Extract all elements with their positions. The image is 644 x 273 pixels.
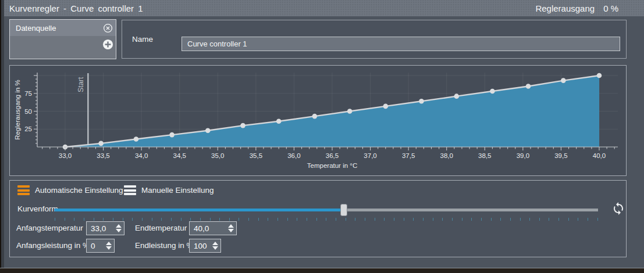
datasource-label: Datenquelle (16, 24, 56, 33)
start-power-spinner[interactable] (105, 241, 112, 250)
manual-mode-button[interactable]: Manuelle Einstellung (124, 185, 214, 195)
svg-text:75: 75 (24, 90, 32, 97)
slider-handle[interactable] (340, 204, 347, 216)
remove-datasource-button[interactable] (103, 23, 113, 33)
end-power-label: Endleistung in % (135, 239, 194, 253)
svg-text:35,0: 35,0 (211, 152, 224, 159)
svg-text:39,5: 39,5 (554, 152, 567, 159)
datasource-header: Datenquelle (10, 20, 116, 36)
start-temperature-spinner[interactable] (115, 224, 122, 233)
datasource-panel: Datenquelle (9, 19, 116, 59)
automatic-mode-label: Automatische Einstellung (35, 186, 123, 195)
name-input[interactable] (182, 37, 620, 51)
controller-output-value: 0 % (603, 3, 618, 13)
svg-text:39,0: 39,0 (517, 152, 529, 159)
spin-down-icon[interactable] (116, 229, 122, 232)
automatic-mode-button[interactable]: Automatische Einstellung (17, 185, 123, 195)
end-temperature-spinner[interactable] (227, 224, 234, 233)
curve-controls-panel: Automatische Einstellung Manuelle Einste… (9, 180, 627, 257)
add-datasource-button[interactable] (102, 39, 113, 50)
svg-text:35,5: 35,5 (250, 152, 262, 159)
svg-text:36,0: 36,0 (287, 152, 300, 159)
svg-text:25: 25 (24, 125, 32, 132)
name-label: Name (132, 20, 153, 58)
curve-chart-svg[interactable]: Start33,033,534,034,535,035,536,036,537,… (10, 66, 626, 175)
start-power-field[interactable]: 0 (86, 239, 115, 253)
svg-text:38,5: 38,5 (478, 152, 491, 159)
svg-text:Temperatur in °C: Temperatur in °C (307, 162, 357, 169)
svg-text:34,5: 34,5 (173, 152, 186, 159)
svg-text:Start: Start (77, 77, 85, 92)
curve-shape-label: Kurvenform (17, 204, 58, 213)
title-bar: Kurvenregler - Curve controller 1 Regler… (4, 0, 644, 16)
main-content: Datenquelle Name Start33,033,534,034,535… (4, 16, 644, 268)
end-power-field[interactable]: 100 (189, 239, 221, 253)
circle-plus-icon (102, 39, 113, 50)
automatic-mode-icon (17, 185, 30, 195)
circle-x-icon (103, 23, 113, 33)
curve-chart-panel[interactable]: Start33,033,534,034,535,035,536,036,537,… (9, 65, 627, 176)
svg-text:37,5: 37,5 (402, 152, 415, 159)
svg-text:50: 50 (24, 108, 32, 115)
spin-down-icon[interactable] (106, 246, 112, 250)
slider-track-fill (55, 209, 344, 211)
svg-text:34,0: 34,0 (135, 152, 148, 159)
end-temperature-field[interactable]: 40,0 (189, 221, 237, 235)
svg-text:33,0: 33,0 (59, 152, 72, 159)
window-bottom-edge (0, 268, 644, 273)
start-power-value: 0 (91, 242, 95, 250)
end-power-value: 100 (194, 242, 207, 250)
svg-text:40,0: 40,0 (593, 152, 606, 159)
end-power-spinner[interactable] (212, 241, 219, 250)
spin-up-icon[interactable] (212, 242, 218, 245)
reset-curve-button[interactable] (611, 202, 625, 215)
start-temperature-label: Anfangstemperatur (16, 221, 83, 235)
spin-up-icon[interactable] (106, 242, 112, 245)
manual-mode-icon (124, 185, 136, 195)
start-temperature-field[interactable]: 33,0 (86, 221, 124, 235)
curve-shape-slider[interactable] (55, 204, 598, 216)
spin-up-icon[interactable] (228, 224, 234, 228)
manual-mode-label: Manuelle Einstellung (141, 186, 214, 195)
controller-output-label: Reglerausgang (535, 3, 595, 13)
svg-text:38,0: 38,0 (440, 152, 453, 159)
end-temperature-value: 40,0 (194, 224, 209, 233)
spin-up-icon[interactable] (116, 224, 122, 228)
svg-text:37,0: 37,0 (364, 152, 376, 159)
svg-text:Reglerausgang in %: Reglerausgang in % (14, 80, 21, 140)
sync-arrows-icon (611, 202, 625, 215)
spin-down-icon[interactable] (212, 246, 218, 250)
spin-down-icon[interactable] (228, 229, 234, 232)
svg-text:36,5: 36,5 (326, 152, 339, 159)
page-title: Kurvenregler - Curve controller 1 (9, 3, 143, 13)
end-temperature-label: Endtemperatur (135, 221, 187, 235)
window-left-edge (0, 0, 4, 273)
start-temperature-value: 33,0 (91, 224, 106, 233)
svg-text:33,5: 33,5 (97, 152, 109, 159)
slider-tick-marks (55, 218, 598, 221)
name-panel: Name (122, 20, 627, 59)
start-power-label: Anfangsleistung in % (16, 239, 90, 253)
